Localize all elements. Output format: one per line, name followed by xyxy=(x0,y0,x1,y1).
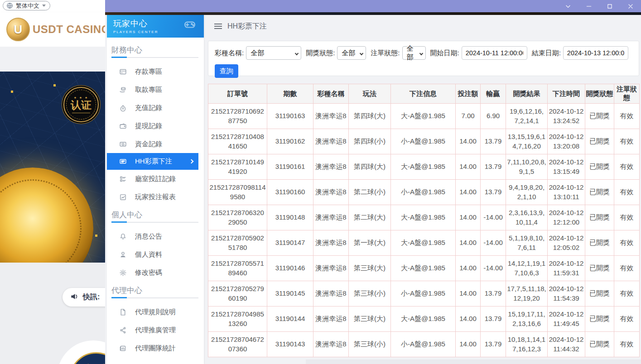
filter-panel: 彩種名稱: 全部 開獎狀態: 全部 注單狀態: 全部 開始日期: 結束日期: xyxy=(208,41,639,76)
table-cell: 7,11,10,20,8,9,1,5 xyxy=(506,154,548,180)
end-date-input[interactable] xyxy=(563,46,628,60)
table-cell: 小-A盤@1.985 xyxy=(391,129,456,154)
sidebar-item-funds-record[interactable]: 資金記錄 xyxy=(107,135,204,153)
table-cell: 2024-10-12 13:15:49 xyxy=(548,154,585,180)
sidebar-item-agent-rules[interactable]: 代理規則說明 xyxy=(107,303,204,321)
language-selector[interactable]: 繁体中文 xyxy=(3,1,50,10)
table-cell: 15,19,17,11,2,13,16,6 xyxy=(506,307,548,332)
table-cell: 14.00 xyxy=(456,230,481,256)
sidebar-item-message-announcements[interactable]: 消息公告 xyxy=(107,227,204,245)
table-cell: 有效 xyxy=(614,332,640,357)
sidebar-item-agent-team-stats[interactable]: 代理團隊統計 xyxy=(107,339,204,357)
sidebar-item-change-password[interactable]: 修改密碼 xyxy=(107,263,204,282)
table-cell: 已開獎 xyxy=(585,281,614,307)
table-cell: 有效 xyxy=(614,281,640,307)
sidebar-item-agent-promotion[interactable]: 代理推廣管理 xyxy=(107,321,204,339)
minimize-icon[interactable] xyxy=(584,2,594,11)
table-cell: 大-A盤@1.985 xyxy=(391,154,456,180)
certification-badge: ★ ★ ★ 认证 xyxy=(63,87,99,122)
table-cell: 小-A盤@1.985 xyxy=(391,332,456,357)
sidebar-item-room-bet-record[interactable]: 廳室投註記錄 xyxy=(107,170,204,188)
search-button[interactable]: 查詢 xyxy=(215,64,238,78)
column-header: 輸贏 xyxy=(481,84,506,104)
table-cell: 澳洲幸运8 xyxy=(313,281,349,307)
maximize-icon[interactable] xyxy=(605,2,615,11)
sidebar-item-withdrawal-record[interactable]: 提現記錄 xyxy=(107,117,204,135)
table-cell: 2152172870467207360 xyxy=(208,332,267,357)
close-icon[interactable] xyxy=(626,2,636,11)
site-seal-logo xyxy=(57,340,105,364)
table-cell: 14.00 xyxy=(456,281,481,307)
column-header: 下注時間 xyxy=(548,84,585,104)
table-cell: 31190146 xyxy=(267,256,313,281)
lottery-name-select[interactable]: 全部 xyxy=(246,46,301,60)
table-cell: 第三球(小) xyxy=(349,332,391,357)
table-cell: 14.00 xyxy=(456,332,481,357)
sidebar-item-label: 提現記錄 xyxy=(135,122,162,130)
ticker-label: 快訊: xyxy=(83,292,100,302)
frame-edge xyxy=(105,12,641,15)
order-status-select[interactable]: 全部 xyxy=(402,46,426,60)
table-cell: -14.00 xyxy=(481,205,506,230)
table-cell: 澳洲幸运8 xyxy=(313,256,349,281)
chevron-right-icon xyxy=(189,159,194,164)
table-cell: 2152172870981149580 xyxy=(208,180,267,205)
table-cell: 第一球(大) xyxy=(349,230,391,256)
lottery-name-label: 彩種名稱: xyxy=(215,49,244,57)
table-cell: 大-A盤@1.985 xyxy=(391,104,456,129)
start-date-input[interactable] xyxy=(462,46,527,60)
hamburger-icon[interactable] xyxy=(214,24,222,29)
sidebar-item-player-bet-report[interactable]: 玩家投注報表 xyxy=(107,188,204,206)
section-title: 財務中心 xyxy=(111,45,204,55)
column-header: 開獎結果 xyxy=(506,84,548,104)
sidebar-item-label: 廳室投註記錄 xyxy=(135,175,176,183)
table-cell: 第二球(大) xyxy=(349,205,391,230)
table-cell: 14.00 xyxy=(456,256,481,281)
app-window: 繁体中文 U USDT CASINO ★ ★ ★ 认证 xyxy=(0,0,641,364)
horizontal-scrollbar[interactable] xyxy=(306,359,641,364)
table-header-row: 訂單號期數彩種名稱玩法下注信息投注額輸贏開獎結果下注時間開獎狀態注單狀態 xyxy=(208,84,640,104)
sidebar-item-deposit-zone[interactable]: 存款專區 xyxy=(107,62,204,81)
table-cell: 第三球(大) xyxy=(349,307,391,332)
table-cell: 澳洲幸运8 xyxy=(313,230,349,256)
table-cell: 14.00 xyxy=(456,205,481,230)
news-ticker[interactable]: 快訊: xyxy=(63,288,105,307)
table-cell: 第四球(小) xyxy=(349,129,391,154)
table-row: 215217287063202905031190148澳洲幸运8第二球(大)大-… xyxy=(208,205,640,230)
table-cell: 澳洲幸运8 xyxy=(313,154,349,180)
content-area: HH彩票下注 彩種名稱: 全部 開獎狀態: 全部 注單狀態: 全部 xyxy=(208,15,641,364)
draw-status-select[interactable]: 全部 xyxy=(337,46,366,60)
window-titlebar xyxy=(105,0,641,12)
chevron-down-icon[interactable] xyxy=(563,2,573,11)
table-row: 215217287049851326031190144澳洲幸运8第三球(大)大-… xyxy=(208,307,640,332)
badge-text: 认证 xyxy=(71,100,92,110)
brand-header: U USDT CASINO xyxy=(0,12,105,47)
table-cell: 31190147 xyxy=(267,230,313,256)
sidebar-item-recharge-record[interactable]: 充值記錄 xyxy=(107,99,204,117)
table-cell: 有效 xyxy=(614,129,640,154)
chevron-down-icon xyxy=(419,52,423,55)
table-cell: 澳洲幸运8 xyxy=(313,205,349,230)
table-cell: 2024-10-12 11:59:31 xyxy=(548,256,585,281)
sidebar-item-withdraw-zone[interactable]: 取款專區 xyxy=(107,81,204,99)
main-area: 玩家中心 PLAYERS CENTER 財務中心存款專區取款專區充值記錄提現記錄… xyxy=(105,15,641,364)
table-cell: 已開獎 xyxy=(585,205,614,230)
table-cell: 19,6,12,16,7,2,14,1 xyxy=(506,104,548,129)
table-cell: 2024-10-12 13:24:52 xyxy=(548,104,585,129)
column-header: 下注信息 xyxy=(391,84,456,104)
sidebar-item-hh-lottery-bets[interactable]: HH彩票下注 xyxy=(107,153,198,170)
list-record-icon xyxy=(119,175,127,183)
spacer xyxy=(0,47,105,72)
table-cell: 31190161 xyxy=(267,154,313,180)
table-cell: 31190163 xyxy=(267,104,313,129)
column-header: 開獎狀態 xyxy=(585,84,614,104)
table-cell: 2152172871014941920 xyxy=(208,154,267,180)
table-cell: 第四球(大) xyxy=(349,104,391,129)
sidebar-sections: 財務中心存款專區取款專區充值記錄提現記錄資金記錄HH彩票下注廳室投註記錄玩家投注… xyxy=(107,38,204,357)
table-cell: 31190145 xyxy=(267,281,313,307)
sidebar-item-personal-profile[interactable]: 個人資料 xyxy=(107,245,204,263)
table-cell: 澳洲幸运8 xyxy=(313,307,349,332)
table-cell: 小-A盤@1.985 xyxy=(391,281,456,307)
table-row: 215217287106928775031190163澳洲幸运8第四球(大)大-… xyxy=(208,104,640,129)
table-cell: -14.00 xyxy=(481,230,506,256)
